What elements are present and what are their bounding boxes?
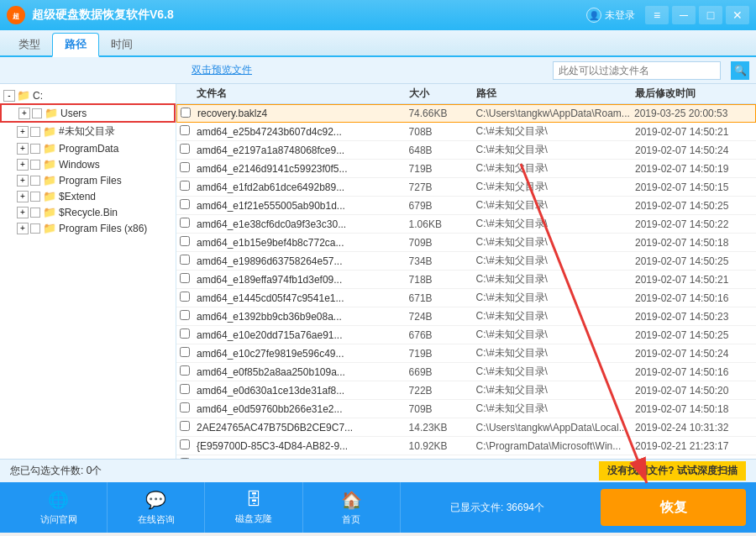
table-row[interactable]: 2AE24765AC47B75D6B2CE9C7... 14.23KB C:\U… [176,418,756,437]
tree-item-unknown[interactable]: + 📁 #未知父目录 [0,123,176,140]
checkbox-programdata[interactable] [30,144,40,154]
row-check[interactable] [180,125,197,138]
menu-button[interactable]: ≡ [645,6,669,24]
row-filename: amd64_e2197a1a8748068fce9... [197,145,409,156]
tree-label-programdata: ProgramData [59,143,118,155]
table-row[interactable]: amd64_e10e20dd715a76ae91... 676B C:\#未知父… [176,326,756,344]
tree-item-windows[interactable]: + 📁 Windows [0,156,176,172]
row-path: C:\#未知父目录\ [476,365,635,379]
website-icon: 🌐 [48,490,69,510]
table-row[interactable]: amd64_e0d59760bb266e31e2... 709B C:\#未知父… [176,400,756,418]
checkbox-users[interactable] [32,108,42,118]
checkbox-pfx86[interactable] [30,223,40,234]
table-row[interactable]: amd64_e1b15e9bef4b8c772ca... 709B C:\#未知… [176,234,756,252]
row-size: 1.06KB [409,218,476,230]
table-row[interactable]: amd64_e25b47243b607d4c92... 708B C:\#未知父… [176,123,756,141]
expander-windows[interactable]: + [17,159,29,171]
expander-unknown[interactable]: + [17,126,29,138]
row-check[interactable] [180,218,197,230]
filter-input[interactable] [553,61,721,80]
tree-item-program-files[interactable]: + 📁 Program Files [0,172,176,188]
row-check[interactable] [180,181,197,193]
checkbox-pf[interactable] [30,176,40,186]
row-check[interactable] [180,292,197,304]
table-row[interactable]: amd64_e10c27fe9819e596c49... 719B C:\#未知… [176,344,756,363]
website-button[interactable]: 🌐 访问官网 [10,482,108,533]
checkbox-windows[interactable] [30,160,40,170]
recover-button[interactable]: 恢复 [601,489,746,526]
expander-recycle[interactable]: + [17,207,29,218]
checkbox-recycle[interactable] [30,208,40,218]
bottom-bar: 🌐 访问官网 💬 在线咨询 🗄 磁盘克隆 🏠 首页 已显示文件: 36694个 … [0,482,756,533]
preview-label[interactable]: 双击预览文件 [192,63,252,77]
expander-programdata[interactable]: + [17,143,29,155]
tree-item-c-drive[interactable]: - 📁 C: [0,87,176,103]
expander-pf[interactable]: + [17,175,29,187]
row-check[interactable] [180,402,197,415]
row-check[interactable] [180,199,197,212]
table-row[interactable]: {E959700D-85C3-4D84-AB82-9... 10.92KB C:… [176,437,756,455]
tree-panel: - 📁 C: + 📁 Users + 📁 #未知父目录 + [0,84,176,459]
table-row[interactable]: amd64_e1392bb9cb36b9e08a... 724B C:\#未知父… [176,307,756,326]
tab-path[interactable]: 路径 [52,33,99,57]
user-area: 👤 未登录 [586,8,635,23]
row-time: 2019-02-07 14:50:20 [635,385,753,397]
table-row[interactable]: amd64_e2197a1a8748068fce9... 648B C:\#未知… [176,141,756,160]
close-button[interactable]: ✕ [726,6,749,24]
row-check[interactable] [180,255,197,267]
consult-button[interactable]: 💬 在线咨询 [108,482,205,533]
row-check[interactable] [180,310,197,323]
row-check[interactable] [180,236,197,249]
table-row[interactable]: amd64_e1e38cf6dc0a9f3e3c30... 1.06KB C:\… [176,215,756,234]
file-count-area: 已显示文件: 36694个 [401,501,594,515]
folder-icon-users: 📁 [45,107,58,119]
row-check[interactable] [181,108,197,120]
row-time: 2019-02-24 10:31:32 [635,422,753,434]
tree-item-extend[interactable]: + 📁 $Extend [0,188,176,204]
row-filename: amd64_e1e38cf6dc0a9f3e3c30... [197,218,409,230]
row-check[interactable] [180,273,197,286]
checkbox-extend[interactable] [30,192,40,202]
table-row[interactable]: amd64_e1fd2ab61dce6492b89... 727B C:\#未知… [176,178,756,197]
expander-extend[interactable]: + [17,191,29,202]
home-button[interactable]: 🏠 首页 [303,482,401,533]
expander-c[interactable]: - [3,90,15,102]
row-check[interactable] [180,384,197,397]
row-check[interactable] [180,347,197,360]
row-check[interactable] [180,144,197,156]
table-row[interactable]: recovery.baklz4 74.66KB C:\Users\tangkw\… [176,104,756,123]
clone-button[interactable]: 🗄 磁盘克隆 [205,482,302,533]
table-row[interactable]: amd64_e189effa974fb1d3ef09... 718B C:\#未… [176,271,756,289]
file-table-header: 文件名 大小 路径 最后修改时间 [176,84,756,104]
tree-item-programdata[interactable]: + 📁 ProgramData [0,140,176,156]
deep-scan-hint[interactable]: 没有找到文件? 试试深度扫描 [599,461,746,481]
row-check[interactable] [180,439,197,452]
maximize-button[interactable]: □ [699,6,722,24]
row-size: 719B [409,163,476,175]
row-path: C:\Users\tangkw\AppData\Local... [476,422,635,434]
row-check[interactable] [180,162,197,175]
table-row[interactable]: amd64_e0f85b2a8aa250b109a... 669B C:\#未知… [176,363,756,381]
table-row[interactable]: amd64_e0d630a1ce13de31af8... 722B C:\#未知… [176,381,756,400]
row-check[interactable] [180,421,197,434]
table-row[interactable]: amd64_e19896d63758264e57... 734B C:\#未知父… [176,252,756,271]
minimize-button[interactable]: ─ [672,6,696,24]
table-row[interactable]: amd64_e2146d9141c59923f0f5... 719B C:\#未… [176,160,756,178]
row-check[interactable] [180,328,197,341]
clone-label: 磁盘克隆 [235,512,272,525]
tree-item-users[interactable]: + 📁 Users [0,103,176,123]
table-row[interactable]: amd64_e1f21e555005ab90b1d... 679B C:\#未知… [176,197,756,215]
tab-type[interactable]: 类型 [7,34,52,55]
checkbox-unknown[interactable] [30,127,40,137]
expander-users[interactable]: + [18,108,30,119]
tree-item-recycle[interactable]: + 📁 $Recycle.Bin [0,204,176,220]
expander-pfx86[interactable]: + [17,223,29,234]
table-row[interactable]: amd64_e1445cd05f47c9541e1... 671B C:\#未知… [176,289,756,307]
tree-item-pf-x86[interactable]: + 📁 Program Files (x86) [0,220,176,236]
search-icon[interactable]: 🔍 [731,61,749,80]
tab-time[interactable]: 时间 [99,34,144,55]
row-filename: amd64_e1f21e555005ab90b1d... [197,200,409,212]
row-check[interactable] [180,458,197,459]
row-check[interactable] [180,365,197,378]
table-row[interactable]: amd64_e0bb303f0963d4-07-1... 735B C:\#未知… [176,455,756,459]
